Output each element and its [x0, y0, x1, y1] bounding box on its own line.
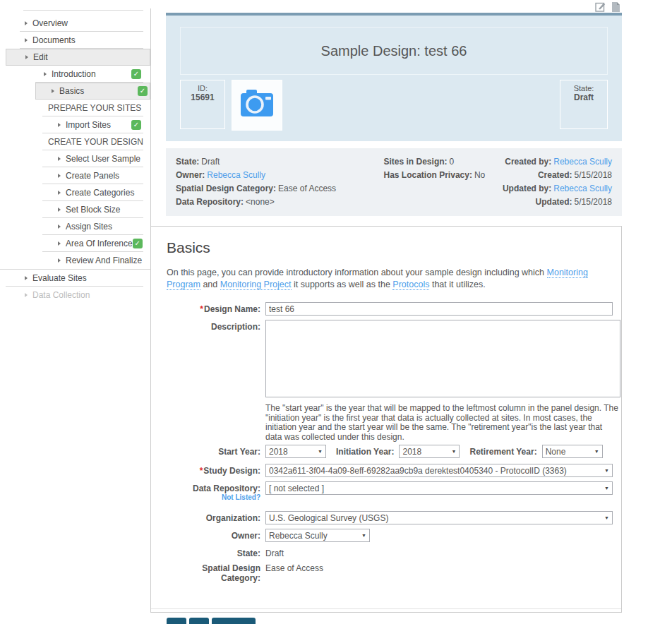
arrow-icon — [44, 72, 47, 76]
monitoring-project-link[interactable]: Monitoring Project — [220, 280, 292, 290]
retirement-year-select[interactable]: None▼ — [542, 445, 603, 458]
design-id-box: ID: 15691 — [180, 80, 225, 129]
metadata-column-right: Created by:Rebecca Scully Created:5/15/2… — [503, 155, 612, 209]
meta-label: Created by: — [505, 157, 551, 167]
metadata-column-left: State:Draft Owner:Rebecca Scully Spatial… — [176, 155, 384, 209]
owner-label: Owner: — [167, 529, 260, 541]
design-name-label: *Design Name: — [167, 302, 260, 314]
meta-value: <none> — [246, 197, 275, 207]
sidebar-item-label: Data Collection — [32, 290, 90, 300]
sidebar-item-import-sites[interactable]: Import Sites ✓ — [42, 116, 143, 133]
check-icon: ✓ — [133, 239, 143, 248]
meta-value: Draft — [201, 157, 220, 167]
design-name-input[interactable] — [265, 302, 613, 316]
sidebar-item-label: Evaluate Sites — [32, 273, 87, 283]
meta-label: Updated by: — [503, 184, 551, 193]
owner-link[interactable]: Rebecca Scully — [207, 170, 265, 180]
chevron-down-icon: ▼ — [604, 486, 609, 491]
previous-step-button[interactable]: « — [167, 618, 186, 624]
start-year-select[interactable]: 2018▼ — [265, 445, 326, 458]
meta-value: 5/15/2018 — [575, 170, 612, 180]
updated-by-link[interactable]: Rebecca Scully — [553, 184, 612, 193]
data-repository-select[interactable]: [ not selected ]▼ — [265, 481, 613, 495]
sidebar-item-label: Documents — [32, 35, 76, 45]
meta-label: Sites in Design: — [384, 157, 448, 167]
state-label: State: — [560, 84, 607, 92]
sidebar: Overview Documents Edit Introduction ✓ B… — [0, 10, 150, 304]
arrow-icon — [52, 89, 54, 93]
sidebar-group-create-your-design: CREATE YOUR DESIGN — [42, 133, 143, 150]
description-textarea[interactable] — [265, 320, 620, 397]
metadata-strip: State:Draft Owner:Rebecca Scully Spatial… — [166, 148, 622, 216]
sidebar-item-create-panels[interactable]: Create Panels — [42, 167, 143, 184]
intro-segment: it supports as well as the — [292, 280, 393, 289]
page-title: Sample Design: test 66 — [180, 27, 608, 75]
meta-value: Ease of Access — [278, 184, 336, 193]
spatial-design-category-label: Spatial Design Category: — [167, 561, 260, 583]
basics-card: Basics On this page, you can provide int… — [150, 226, 622, 613]
chevron-down-icon: ▼ — [594, 449, 599, 454]
sidebar-item-label: Area Of Inference — [66, 239, 133, 248]
next-step-button[interactable]: » — [189, 618, 209, 624]
sidebar-item-label: Introduction — [52, 69, 96, 79]
meta-label: Updated: — [536, 197, 572, 207]
sidebar-item-overview[interactable]: Overview — [20, 15, 143, 32]
not-listed-link[interactable]: Not Listed? — [167, 493, 260, 501]
required-marker: * — [200, 466, 203, 476]
start-year-label: Start Year: — [167, 447, 260, 457]
check-icon: ✓ — [138, 86, 148, 96]
main-content: Sample Design: test 66 ID: 15691 State: — [150, 0, 622, 624]
sidebar-item-set-block-size[interactable]: Set Block Size — [42, 201, 143, 218]
sidebar-item-evaluate-sites[interactable]: Evaluate Sites — [6, 270, 143, 287]
arrow-icon — [58, 174, 61, 178]
camera-icon — [241, 90, 273, 121]
sidebar-group-prepare-your-sites: PREPARE YOUR SITES — [42, 100, 143, 116]
intro-segment: that it utilizes. — [429, 280, 485, 289]
protocols-link[interactable]: Protocols — [392, 280, 429, 290]
owner-select[interactable]: Rebecca Scully▼ — [265, 529, 370, 542]
sidebar-group-label: CREATE YOUR DESIGN — [48, 137, 143, 147]
sidebar-item-create-categories[interactable]: Create Categories — [42, 184, 143, 201]
meta-label: Data Repository: — [176, 197, 244, 207]
years-help-text: The "start year" is the year that will b… — [265, 404, 618, 442]
meta-label: Spatial Design Category: — [176, 184, 276, 193]
sidebar-item-label: Import Sites — [66, 120, 111, 130]
sidebar-item-label: Edit — [33, 52, 48, 62]
organization-select[interactable]: U.S. Geological Survey (USGS)▼ — [265, 511, 613, 524]
sidebar-item-review-and-finalize[interactable]: Review And Finalize — [42, 252, 143, 269]
retirement-year-label: Retirement Year: — [469, 447, 536, 457]
initiation-year-select[interactable]: 2018▼ — [399, 445, 460, 458]
study-design-select[interactable]: 0342a611-3f04-4a09-8eff-69282aa9cb9a der… — [265, 464, 613, 477]
intro-segment: On this page, you can provide introducto… — [167, 268, 547, 277]
required-marker: * — [200, 304, 203, 314]
meta-label: Created: — [538, 170, 572, 180]
arrow-icon — [58, 224, 61, 229]
sidebar-item-label: Review And Finalize — [66, 256, 142, 265]
sidebar-item-label: Basics — [59, 86, 84, 96]
sidebar-item-introduction[interactable]: Introduction ✓ — [35, 66, 143, 83]
created-by-link[interactable]: Rebecca Scully — [553, 157, 612, 167]
sidebar-item-documents[interactable]: Documents — [20, 32, 143, 49]
edit-icon[interactable] — [595, 1, 606, 13]
sidebar-item-select-user-sample[interactable]: Select User Sample — [42, 150, 143, 167]
document-icon[interactable] — [611, 1, 620, 13]
description-label: Description: — [167, 320, 260, 332]
basics-form: *Design Name: Description: The "start ye… — [167, 302, 621, 624]
state-box: State: Draft — [560, 80, 608, 129]
id-value: 15691 — [181, 92, 224, 102]
meta-label: Owner: — [176, 170, 205, 180]
arrow-icon — [58, 208, 61, 212]
sidebar-item-edit[interactable]: Edit — [6, 49, 150, 66]
section-title: Basics — [167, 239, 621, 256]
meta-value: No — [474, 170, 485, 180]
organization-label: Organization: — [167, 511, 260, 523]
sidebar-group-label: PREPARE YOUR SITES — [48, 103, 141, 113]
sidebar-item-area-of-inference[interactable]: Area Of Inference ✓ — [42, 235, 143, 252]
sidebar-item-assign-sites[interactable]: Assign Sites — [42, 218, 143, 235]
meta-value: 0 — [450, 157, 455, 167]
camera-button[interactable] — [232, 80, 282, 131]
sidebar-item-label: Assign Sites — [66, 222, 112, 232]
arrow-icon — [25, 276, 28, 280]
sidebar-item-basics[interactable]: Basics ✓ — [35, 83, 150, 100]
save-button[interactable]: Save — [212, 618, 256, 624]
